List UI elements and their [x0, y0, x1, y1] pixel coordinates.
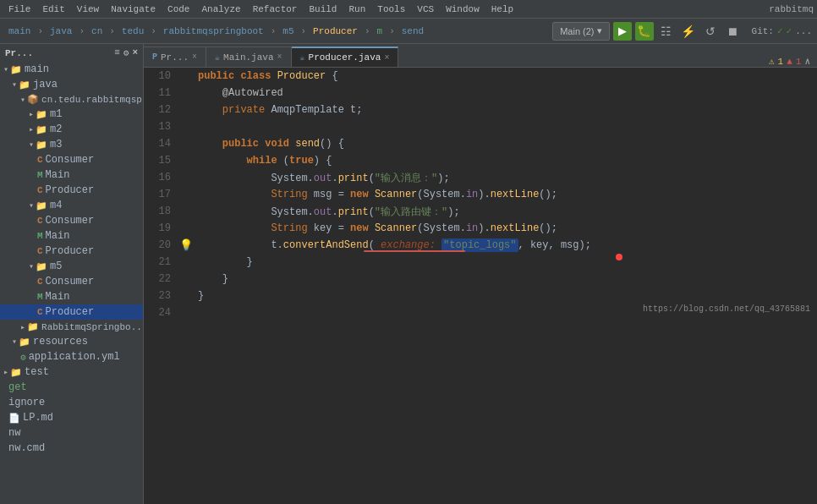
code-line-20: 20 💡 t.convertAndSend( exchange: "topic_…: [144, 237, 817, 254]
editor-area: P Pr... × ☕ Main.java × ☕ Producer.java …: [144, 44, 817, 504]
git-bar: Git: ✓ ✓ ...: [752, 25, 812, 36]
tab-main-java[interactable]: ☕ Main.java ×: [206, 47, 291, 67]
menu-item-window[interactable]: Window: [441, 3, 485, 16]
git-more: ...: [795, 26, 812, 36]
menu-item-run[interactable]: Run: [343, 3, 370, 16]
tree-label: Producer: [46, 245, 95, 257]
run-config-button[interactable]: Main (2) ▾: [552, 22, 609, 41]
tab-label: Pr...: [161, 52, 189, 63]
tab-label: Main.java: [223, 52, 273, 63]
tree-item-main[interactable]: ▾ 📁 main: [0, 62, 143, 77]
tree-item-nw-cmd[interactable]: nw.cmd: [0, 441, 143, 456]
tree-item-m3-consumer[interactable]: C Consumer: [0, 152, 143, 167]
menu-bar: File Edit View Navigate Code Analyze Ref…: [0, 0, 817, 19]
tree-label: Producer: [46, 184, 95, 196]
tab-close-producer[interactable]: ×: [384, 53, 389, 63]
tree-label: Producer: [46, 306, 95, 318]
menu-item-vcs[interactable]: VCS: [412, 3, 439, 16]
tree-item-package[interactable]: ▾ 📦 cn.tedu.rabbitmqsprin: [0, 92, 143, 107]
tree-item-m3-producer[interactable]: C Producer: [0, 183, 143, 198]
git-label: Git:: [752, 26, 774, 36]
sidebar-collapse-icon[interactable]: ≡: [114, 47, 120, 58]
coverage-button[interactable]: ☷: [657, 22, 676, 41]
breadcrumb-java[interactable]: java: [47, 25, 75, 38]
menu-item-analyze[interactable]: Analyze: [196, 3, 245, 16]
code-line-11: 11 @Autowired: [144, 85, 817, 101]
menu-item-file[interactable]: File: [3, 3, 36, 16]
tree-item-m3-main[interactable]: M Main: [0, 167, 143, 183]
tree-label: ignore: [8, 397, 45, 408]
breadcrumb-rabbitmq[interactable]: rabbitmqspringboot: [160, 25, 267, 38]
tab-icon: ☕: [215, 52, 220, 63]
status-url: https://blog.csdn.net/qq_43765881: [643, 304, 810, 314]
lightbulb-icon[interactable]: 💡: [179, 238, 193, 252]
menu-item-tools[interactable]: Tools: [372, 3, 410, 16]
tab-icon: P: [152, 52, 157, 62]
tree-item-m4-consumer[interactable]: C Consumer: [0, 213, 143, 228]
tree-item-m1[interactable]: ▸ 📁 m1: [0, 107, 143, 122]
tab-label: Producer.java: [309, 52, 381, 63]
tab-producer-java[interactable]: ☕ Producer.java ×: [292, 47, 399, 67]
tree-item-m4[interactable]: ▾ 📁 m4: [0, 198, 143, 213]
tree-label: application.yml: [29, 351, 120, 363]
tab-close-pr[interactable]: ×: [192, 52, 197, 62]
sidebar-close-icon[interactable]: ×: [132, 47, 138, 58]
stop-button[interactable]: ⏹: [723, 22, 742, 41]
breadcrumb-m[interactable]: m: [374, 25, 387, 38]
profile-button[interactable]: ⚡: [679, 22, 698, 41]
sidebar-gear-icon[interactable]: ⚙: [123, 47, 129, 58]
menu-item-code[interactable]: Code: [162, 3, 195, 16]
code-line-19: 19 String key = new Scanner(System.in).n…: [144, 220, 817, 237]
reload-button[interactable]: ↺: [701, 22, 720, 41]
red-dot-indicator: [616, 254, 622, 260]
tab-pr[interactable]: P Pr... ×: [144, 47, 206, 67]
tree-item-nw[interactable]: nw: [0, 425, 143, 441]
breadcrumb-send[interactable]: send: [398, 25, 427, 38]
tree-item-m2[interactable]: ▸ 📁 m2: [0, 122, 143, 137]
tree-item-m5-producer[interactable]: C Producer: [0, 304, 143, 320]
tree-item-rabbitmqspringbo[interactable]: ▸ 📁 RabbitmqSpringbo...: [0, 320, 143, 334]
breadcrumb-cn[interactable]: cn: [88, 25, 106, 38]
tree-item-get[interactable]: get: [0, 380, 143, 395]
tree-item-application-yml[interactable]: ⚙ application.yml: [0, 349, 143, 364]
git-check-icon: ✓: [777, 25, 783, 36]
tree-label: nw: [8, 427, 20, 439]
run-config-label: Main (2): [560, 26, 594, 36]
tree-item-m4-producer[interactable]: C Producer: [0, 244, 143, 259]
tab-close-main[interactable]: ×: [277, 52, 282, 62]
expand-icon[interactable]: ∧: [804, 56, 810, 67]
breadcrumb-m5[interactable]: m5: [279, 25, 297, 38]
breadcrumb-tedu[interactable]: tedu: [118, 25, 147, 38]
menu-item-build[interactable]: Build: [304, 3, 342, 16]
code-editor[interactable]: 10 public class Producer { 11 @Autowired: [144, 68, 817, 504]
tree-item-m4-main[interactable]: M Main: [0, 228, 143, 244]
run-button[interactable]: ▶: [613, 22, 632, 41]
debug-button[interactable]: 🐛: [635, 22, 654, 41]
menu-item-refactor[interactable]: Refactor: [248, 3, 303, 16]
code-line-12: 12 private AmqpTemplate t;: [144, 101, 817, 118]
tree-item-ignore[interactable]: ignore: [0, 395, 143, 410]
menu-item-navigate[interactable]: Navigate: [106, 3, 161, 16]
tree-label: Main: [46, 230, 70, 242]
code-line-13: 13: [144, 118, 817, 135]
tree-label: m3: [50, 139, 62, 151]
tree-item-resources[interactable]: ▾ 📁 resources: [0, 334, 143, 349]
breadcrumb-producer[interactable]: Producer: [310, 25, 361, 38]
tree-item-m3[interactable]: ▾ 📁 m3: [0, 137, 143, 152]
tree-item-java[interactable]: ▾ 📁 java: [0, 77, 143, 92]
code-line-17: 17 String msg = new Scanner(System.in).n…: [144, 186, 817, 203]
tree-item-m5-main[interactable]: M Main: [0, 289, 143, 304]
tree-label: m2: [50, 123, 62, 135]
tree-label: m5: [50, 260, 62, 272]
menu-item-help[interactable]: Help: [486, 3, 518, 16]
menu-item-edit[interactable]: Edit: [37, 3, 69, 16]
tree-item-lp-md[interactable]: 📄 LP.md: [0, 410, 143, 425]
tree-item-test[interactable]: ▸ 📁 test: [0, 364, 143, 380]
chevron-down-icon: ▾: [597, 25, 602, 36]
menu-item-view[interactable]: View: [72, 3, 104, 16]
tree-item-m5-consumer[interactable]: C Consumer: [0, 274, 143, 289]
tree-item-m5[interactable]: ▾ 📁 m5: [0, 259, 143, 274]
breadcrumb-main[interactable]: main: [5, 25, 34, 38]
tree-label: resources: [33, 336, 88, 348]
error-count: 1: [796, 57, 802, 67]
